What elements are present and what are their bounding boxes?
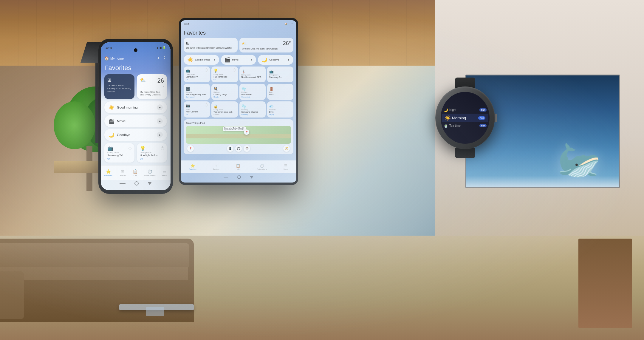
phone-nav-automations[interactable]: ⏱️ Automations: [144, 169, 156, 177]
find-compass-btn[interactable]: 🧭: [283, 145, 290, 152]
phone-home-icon: 🏠: [104, 56, 109, 61]
tablet-door-lock[interactable]: 🔒 Living room Yale smart door lock Locke…: [211, 101, 238, 118]
tablet-scene-morning[interactable]: ☀️ Good morning ▶: [184, 55, 219, 65]
watch-scene-night[interactable]: 🌙 Night Run: [441, 107, 490, 113]
tablet-nest-camera[interactable]: 📷 Entry Nest Camera On: [184, 101, 210, 118]
tablet-movie-play[interactable]: ▶: [251, 58, 253, 61]
table-leg: [146, 307, 164, 316]
tablet-weather-text: My home Ultra fine dust : Very Good(5): [242, 47, 291, 50]
find-watch-btn[interactable]: ⌚: [244, 145, 250, 152]
door-name: Door...: [269, 93, 291, 95]
tablet-washer-icon: ⊞: [186, 41, 190, 45]
tablet-hue-bulbs[interactable]: 💡 Living room Hue light bulbs On: [211, 67, 238, 82]
hue-power[interactable]: [233, 69, 236, 72]
tablet-status-icons: 🏠 + ⋯: [284, 23, 293, 25]
hue-room: Living room: [140, 151, 164, 154]
stv-power[interactable]: [205, 69, 208, 72]
watch-scene-tea[interactable]: 🍵 Tea time Run: [441, 123, 490, 129]
lock-status: Locked: [213, 114, 236, 115]
weather-label: My home Ultra fine dust : Very Good(5): [140, 91, 164, 96]
night-run[interactable]: Run: [479, 108, 487, 112]
lock-room: Living room: [213, 109, 236, 111]
tablet-nav-menu[interactable]: ☰ Menu: [284, 164, 288, 170]
hue-power-icon[interactable]: [161, 147, 164, 150]
phone-nav-life[interactable]: 📋 Life: [133, 169, 138, 177]
nav-life-label: Life: [134, 174, 137, 177]
tablet-cooking-range[interactable]: 🍳 Kitchen Cooking range Ready: [211, 84, 238, 100]
goodbye-label: Goodbye: [117, 133, 130, 137]
tablet-nav-life[interactable]: 📋 Life: [236, 164, 240, 170]
phone-content-area: 🏠 My home + ⋮ Favorites ⊞ 1hr 30min left…: [101, 52, 171, 165]
fh-status: Connected: [186, 96, 208, 98]
sw-room: Laundry: [242, 109, 264, 111]
tablet-add-btn[interactable]: +: [288, 23, 290, 25]
tablet-samsung-washer[interactable]: 🫧 Laundry Samsung Washer Washing: [239, 101, 266, 118]
phone-section-title: Favorites: [104, 64, 167, 72]
dryer-status: Drying: [269, 114, 291, 115]
tablet-family-hub[interactable]: 🗄️ Kitchen Samsung Family Hub Connected: [184, 84, 210, 100]
morning-run[interactable]: Run: [478, 116, 485, 120]
nc-icon: 📷: [186, 103, 190, 108]
tablet-washer-card[interactable]: ⊞ 1hr 30min left on Laundry room Samsung…: [184, 38, 238, 52]
night-icon: 🌙: [444, 108, 448, 112]
cr-icon: 🍳: [213, 87, 218, 91]
find-earbuds-btn[interactable]: 🎧: [235, 145, 242, 152]
tablet-menu-btn[interactable]: ⋯: [291, 23, 293, 25]
night-label: Night: [449, 108, 478, 112]
tablet-dryer[interactable]: 💨 Laundry Dryer Drying: [267, 101, 293, 118]
tablet-samsung-tv[interactable]: 📺 Living room Samsung TV On: [184, 67, 210, 82]
tablet-nav-auto[interactable]: ⏱️ Automations: [257, 164, 267, 170]
nc-header: 📷: [186, 103, 208, 109]
nc-power[interactable]: [205, 103, 208, 106]
movie-play[interactable]: ▶: [157, 118, 163, 124]
tab-auto-label: Automations: [257, 168, 267, 170]
tablet-home-icon: 🏠: [284, 23, 287, 25]
tv-icon: 📺: [107, 146, 113, 151]
tablet-dishwasher[interactable]: 🫧 Kitchen Dishwasher Connected: [239, 84, 266, 100]
bulb-icon: 💡: [140, 146, 146, 151]
phone-hue-card[interactable]: 💡 Living room Hue light bulbs On: [137, 143, 167, 163]
phone-nav-favorites[interactable]: ⭐ Favorites: [104, 169, 113, 177]
phone-card-weather[interactable]: ⛅ 26 ° My home Ultra fine dust : Very Go…: [137, 74, 167, 99]
phone-scene-goodbye[interactable]: 🌙 Goodbye ▶: [104, 129, 167, 141]
tablet-weather-card[interactable]: ⛅ 26° My home Ultra fine dust : Very Goo…: [239, 38, 293, 52]
phone-add-btn[interactable]: +: [157, 55, 160, 61]
phone-header: 🏠 My home + ⋮: [104, 54, 167, 61]
find-popup: Sammy's GalaxyNote20 Updated 06/04 12:02…: [223, 126, 246, 131]
tablet-gesture-nav: [181, 174, 296, 181]
tablet-samsung-c[interactable]: 📺 Living room Samsung C...: [267, 67, 293, 82]
good-morning-play[interactable]: ▶: [157, 104, 163, 110]
phone-card-washer[interactable]: ⊞ 1hr 30min left on Laundry room Samsung…: [104, 74, 134, 99]
gesture-recent: [148, 182, 152, 185]
phone-menu-btn[interactable]: ⋮: [162, 55, 167, 61]
goodbye-play[interactable]: ▶: [157, 132, 163, 138]
phone-nav-menu[interactable]: ☰ Menu: [162, 169, 168, 177]
watch-scene-morning[interactable]: ☀️ Morning Run: [442, 114, 488, 122]
tablet-content-area: Favorites ⊞ 1hr 30min left on Laundry ro…: [181, 27, 296, 160]
stv-icon: 📺: [186, 69, 190, 73]
tablet-scene-goodbye[interactable]: 🌙 Goodbye ▶: [258, 55, 293, 65]
tablet-goodbye-play[interactable]: ▶: [288, 58, 290, 61]
phone-scene-good-morning[interactable]: ☀️ Good morning ▶: [104, 101, 167, 113]
find-location-btn[interactable]: 📍: [187, 145, 194, 152]
find-phone-btn[interactable]: 📱: [227, 145, 233, 152]
phone-samsung-tv-card[interactable]: 📺 Living room Samsung TV On: [104, 143, 134, 163]
stv-name: Samsung TV: [186, 76, 208, 78]
dryer-room: Laundry: [269, 109, 291, 111]
scene-left: 🎬 Movie: [109, 118, 126, 124]
tea-run[interactable]: Run: [479, 124, 487, 127]
phone-scene-movie[interactable]: 🎬 Movie ▶: [104, 115, 167, 127]
phone-nav-devices[interactable]: ⊞ Devices: [119, 169, 126, 177]
sw-name: Samsung Washer: [242, 111, 264, 113]
tablet-back: [224, 177, 228, 177]
tablet-thermostat[interactable]: 🌡️ Living room Nest thermostat 24°C: [239, 67, 266, 82]
tablet-nav-devices[interactable]: ⊞ Devices: [213, 164, 219, 170]
tablet-nav-favorites[interactable]: ⭐ Favorites: [189, 164, 196, 170]
tablet-screen: 10:45 🏠 + ⋯ Favorites ⊞ 1hr 30min left o…: [181, 20, 296, 183]
tv-power-icon[interactable]: [129, 147, 131, 150]
tab-dev-icon: ⊞: [215, 164, 218, 168]
tablet-morning-play[interactable]: ▶: [214, 58, 216, 61]
tablet-door[interactable]: 🚪 Entry Door...: [267, 84, 293, 100]
tablet-home: [237, 175, 241, 179]
tablet-scene-movie[interactable]: 🎬 Movie ▶: [221, 55, 256, 65]
